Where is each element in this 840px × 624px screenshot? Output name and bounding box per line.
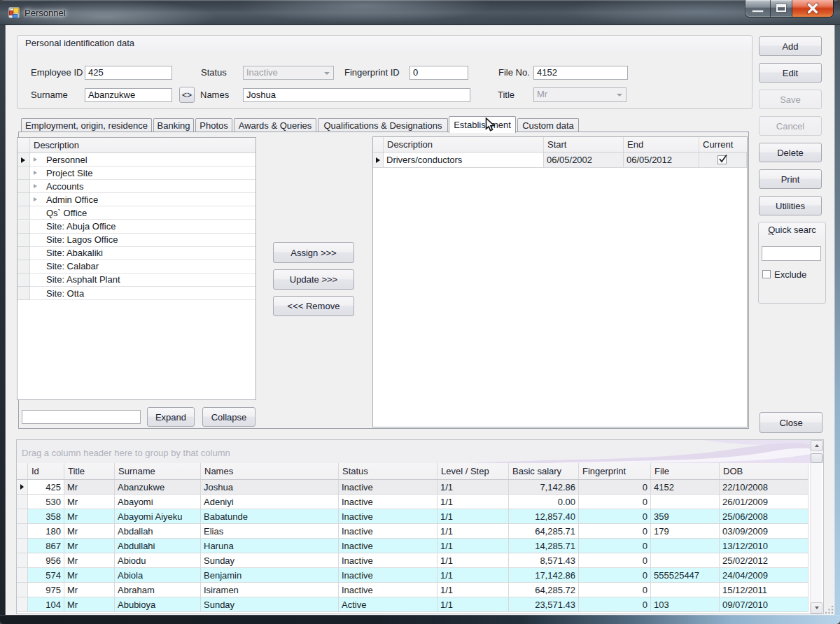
pg-cell-names[interactable]: Benjamin (201, 568, 339, 583)
quick-search-input[interactable] (762, 246, 821, 261)
pg-cell-id[interactable]: 180 (28, 524, 64, 539)
tab-employment-origin-residence[interactable]: Employment, origin, residence (21, 118, 152, 132)
update-button[interactable]: Update >>> (273, 269, 354, 290)
collapse-button[interactable]: Collapse (202, 407, 255, 427)
tree-row[interactable]: Site: Abuja Office (30, 220, 255, 234)
pg-cell-salary[interactable]: 12,857.40 (509, 509, 579, 524)
expand-icon[interactable] (34, 184, 37, 188)
pg-cell-names[interactable]: Adeniyi (201, 495, 339, 509)
tab-banking[interactable]: Banking (153, 118, 194, 132)
pg-cell-status[interactable]: Inactive (339, 553, 438, 568)
pg-cell-names[interactable]: Sunday (201, 553, 339, 568)
pg-cell-title[interactable]: Mr (64, 524, 115, 539)
pg-cell-names[interactable]: Haruna (201, 539, 339, 553)
pg-cell-names[interactable]: Elias (201, 524, 339, 539)
pg-cell-surname[interactable]: Abiola (115, 568, 201, 583)
tab-establishment[interactable]: Establishment (449, 116, 516, 133)
personnel-row[interactable]: 530MrAbayomiAdeniyiInactive1/10.00026/01… (17, 495, 808, 509)
pg-cell-dob[interactable]: 13/12/2010 (720, 539, 808, 553)
pg-cell-status[interactable]: Inactive (339, 568, 438, 583)
pg-cell-file[interactable]: 555525447 (651, 568, 720, 583)
pg-cell-surname[interactable]: Abanzukwe (115, 480, 201, 495)
pg-cell-names[interactable]: Babatunde (201, 509, 339, 524)
resize-grip[interactable] (825, 605, 834, 614)
pg-cell-fingerprint[interactable]: 0 (579, 495, 651, 509)
personnel-row[interactable]: 104MrAbubioyaSundayActive1/123,571.43010… (17, 597, 808, 612)
pg-cell-fingerprint[interactable]: 0 (579, 597, 651, 612)
pg-cell-level[interactable]: 1/1 (438, 539, 509, 553)
personnel-row[interactable]: 574MrAbiolaBenjaminInactive1/117,142.860… (17, 568, 808, 583)
pg-cell-salary[interactable]: 8,571.43 (509, 553, 579, 568)
pg-cell-fingerprint[interactable]: 0 (579, 524, 651, 539)
pg-cell-dob[interactable]: 03/09/2009 (720, 524, 808, 539)
pg-cell-dob[interactable]: 15/12/2011 (720, 583, 808, 597)
org-tree-description-header[interactable]: Description (30, 138, 255, 153)
maximize-button[interactable] (771, 0, 792, 17)
est-cell-end[interactable]: 06/05/2012 (624, 153, 699, 168)
pg-cell-surname[interactable]: Abayomi (115, 495, 201, 509)
pg-cell-title[interactable]: Mr (64, 539, 115, 553)
expand-icon[interactable] (34, 157, 37, 162)
pg-cell-level[interactable]: 1/1 (438, 509, 509, 524)
pg-cell-fingerprint[interactable]: 0 (579, 568, 651, 583)
pg-cell-level[interactable]: 1/1 (438, 480, 509, 495)
tree-row[interactable]: Site: Lagos Office (30, 234, 255, 247)
pg-cell-fingerprint[interactable]: 0 (579, 509, 651, 524)
personnel-row[interactable]: 180MrAbdallahEliasInactive1/164,285.7101… (17, 524, 808, 539)
file-no-field[interactable]: 4152 (533, 66, 628, 80)
delete-button[interactable]: Delete (759, 143, 822, 162)
pg-cell-status[interactable]: Inactive (339, 480, 438, 495)
pg-cell-id[interactable]: 867 (28, 539, 64, 553)
pg-header-status[interactable]: Status (339, 463, 438, 479)
pg-cell-salary[interactable]: 7,142.86 (509, 480, 579, 495)
pg-cell-title[interactable]: Mr (64, 480, 115, 495)
est-header-end[interactable]: End (624, 137, 699, 152)
swap-names-button[interactable]: <> (179, 87, 195, 103)
pg-cell-file[interactable] (651, 495, 720, 509)
pg-cell-fingerprint[interactable]: 0 (579, 553, 651, 568)
pg-header-salary[interactable]: Basic salary (509, 463, 579, 479)
pg-header-names[interactable]: Names (201, 463, 339, 479)
pg-cell-dob[interactable]: 22/10/2008 (720, 480, 808, 495)
tree-row[interactable]: Site: Abakaliki (30, 247, 255, 260)
pg-cell-fingerprint[interactable]: 0 (579, 480, 651, 495)
pg-cell-title[interactable]: Mr (64, 597, 115, 612)
tree-filter-input[interactable] (22, 410, 141, 424)
pg-cell-level[interactable]: 1/1 (438, 597, 509, 612)
est-header-current[interactable]: Current (699, 137, 747, 152)
close-button[interactable]: Close (760, 412, 822, 433)
est-cell-description[interactable]: Drivers/conductors (384, 153, 544, 168)
tree-row[interactable]: Site: Otta (30, 287, 255, 300)
expand-button[interactable]: Expand (147, 407, 195, 427)
personnel-row[interactable]: 425MrAbanzukweJoshuaInactive1/17,142.860… (17, 480, 808, 495)
pg-header-dob[interactable]: DOB (720, 463, 808, 479)
group-by-bar[interactable]: Drag a column header here to group by th… (17, 440, 823, 463)
pg-cell-id[interactable]: 358 (28, 509, 64, 524)
pg-cell-salary[interactable]: 23,571.43 (509, 597, 579, 612)
pg-cell-dob[interactable]: 25/02/2012 (720, 553, 808, 568)
pg-header-title[interactable]: Title (64, 463, 115, 479)
vertical-scrollbar[interactable] (810, 440, 822, 614)
pg-cell-surname[interactable]: Abayomi Aiyeku (115, 509, 201, 524)
pg-cell-level[interactable]: 1/1 (438, 524, 509, 539)
pg-cell-id[interactable]: 975 (28, 583, 64, 597)
remove-button[interactable]: <<< Remove (273, 296, 354, 316)
pg-cell-file[interactable]: 359 (651, 509, 720, 524)
establishment-row[interactable]: Drivers/conductors06/05/200206/05/2012 (373, 153, 747, 168)
fingerprint-id-field[interactable]: 0 (410, 66, 468, 80)
pg-header-fingerprint[interactable]: Fingerprint (579, 463, 651, 479)
close-window-button[interactable] (792, 0, 833, 17)
pg-cell-level[interactable]: 1/1 (438, 553, 509, 568)
est-header-start[interactable]: Start (544, 137, 624, 152)
personnel-row[interactable]: 358MrAbayomi AiyekuBabatundeInactive1/11… (17, 509, 808, 524)
pg-header-surname[interactable]: Surname (115, 463, 201, 479)
est-cell-current[interactable] (699, 153, 747, 168)
pg-cell-file[interactable] (651, 539, 720, 553)
minimize-button[interactable] (746, 0, 771, 17)
pg-cell-names[interactable]: Isiramen (201, 583, 339, 597)
pg-cell-id[interactable]: 956 (28, 553, 64, 568)
pg-cell-id[interactable]: 425 (28, 480, 64, 495)
est-cell-start[interactable]: 06/05/2002 (544, 153, 624, 168)
pg-header-file[interactable]: File (651, 463, 720, 479)
personnel-row[interactable]: 956MrAbioduSundayInactive1/18,571.43025/… (17, 553, 808, 568)
